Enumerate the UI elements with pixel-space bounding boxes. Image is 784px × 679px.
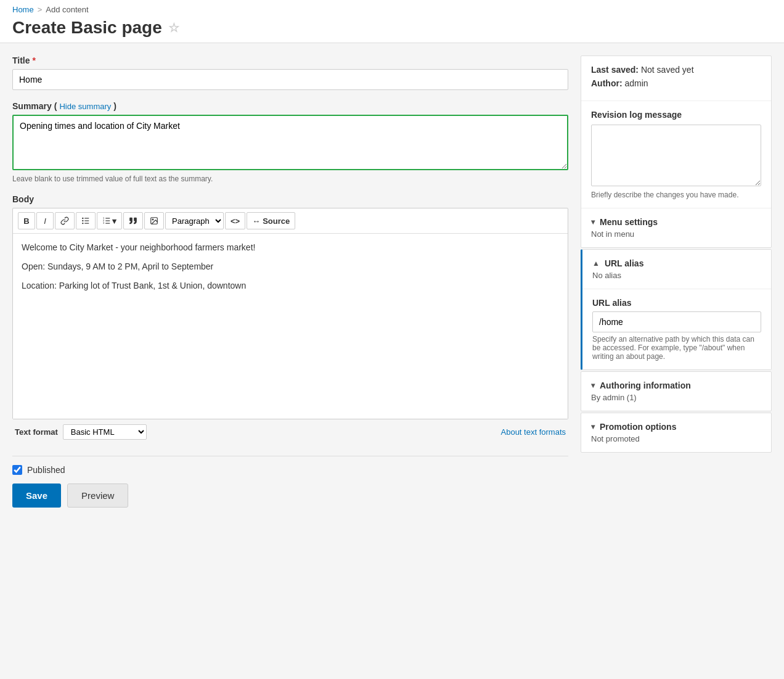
bold-button[interactable]: B — [18, 212, 35, 229]
svg-point-3 — [82, 218, 83, 219]
content-area: Title * Summary (Hide summary) Opening t… — [12, 56, 568, 508]
promotion-value: Not promoted — [591, 434, 761, 443]
action-buttons: Save Preview — [12, 484, 568, 508]
url-alias-input[interactable] — [592, 311, 761, 332]
promotion-section: ▾ Promotion options Not promoted — [581, 413, 771, 452]
url-alias-hint: Specify an alternative path by which thi… — [582, 332, 771, 369]
blockquote-button[interactable] — [123, 212, 143, 229]
bullet-list-button[interactable] — [76, 212, 96, 229]
about-text-formats-link[interactable]: About text formats — [501, 427, 566, 437]
menu-settings-chevron: ▾ — [591, 218, 595, 226]
source-button[interactable]: ↔ Source — [247, 212, 295, 229]
promotion-header[interactable]: ▾ Promotion options — [591, 422, 761, 432]
svg-rect-0 — [84, 218, 89, 218]
favorite-star-icon[interactable]: ☆ — [168, 20, 179, 35]
title-field-group: Title * — [12, 56, 568, 90]
authoring-chevron: ▾ — [591, 381, 595, 390]
editor-toolbar: B I 123 ▾ — [13, 208, 568, 234]
svg-point-5 — [82, 223, 83, 224]
body-field-group: Body B I 123 ▾ — [12, 194, 568, 445]
breadcrumb: Home > Add content — [12, 5, 772, 14]
menu-settings-header[interactable]: ▾ Menu settings — [591, 217, 761, 227]
url-alias-card: ▲ URL alias No alias URL alias Specify a… — [581, 249, 772, 370]
preview-button[interactable]: Preview — [67, 484, 128, 508]
title-input[interactable] — [12, 69, 568, 90]
menu-settings-value: Not in menu — [591, 229, 761, 239]
editor-line-3: Location: Parking lot of Trust Bank, 1st… — [22, 279, 559, 292]
source-code-button[interactable]: <> — [225, 212, 245, 229]
sidebar-meta-card: Last saved: Not saved yet Author: admin … — [581, 56, 772, 248]
revision-log-hint: Briefly describe the changes you have ma… — [591, 191, 761, 199]
hide-summary-link[interactable]: Hide summary — [59, 102, 111, 111]
last-saved-row: Last saved: Not saved yet — [591, 65, 761, 75]
text-format-select[interactable]: Basic HTML Restricted HTML Full HTML Pla… — [63, 424, 147, 440]
editor-line-1: Welcome to City Market - your neighborho… — [22, 241, 559, 254]
svg-rect-2 — [84, 223, 89, 224]
numbered-list-button[interactable]: 123 ▾ — [97, 212, 122, 229]
revision-log-textarea[interactable] — [591, 125, 761, 186]
promotion-chevron: ▾ — [591, 422, 595, 431]
section-divider — [12, 456, 568, 456]
page-title: Create Basic page — [12, 18, 162, 38]
summary-hint: Leave blank to use trimmed value of full… — [12, 175, 568, 183]
svg-text:1: 1 — [103, 217, 104, 220]
editor-container: B I 123 ▾ — [12, 208, 568, 419]
breadcrumb-home[interactable]: Home — [12, 5, 34, 14]
save-button[interactable]: Save — [12, 484, 61, 508]
sidebar: Last saved: Not saved yet Author: admin … — [581, 56, 772, 508]
url-alias-field-label: URL alias — [582, 289, 771, 308]
svg-rect-1 — [84, 220, 89, 221]
published-row: Published — [12, 465, 568, 475]
published-label[interactable]: Published — [27, 465, 65, 475]
promotion-card: ▾ Promotion options Not promoted — [581, 413, 772, 453]
svg-point-13 — [152, 219, 153, 220]
list-dropdown-icon: ▾ — [112, 216, 116, 226]
revision-log-label: Revision log message — [591, 110, 761, 120]
menu-settings-section: ▾ Menu settings Not in menu — [581, 208, 771, 247]
authoring-header[interactable]: ▾ Authoring information — [591, 381, 761, 390]
authoring-card: ▾ Authoring information By admin (1) — [581, 371, 772, 411]
url-alias-value: No alias — [592, 271, 761, 280]
svg-rect-8 — [105, 223, 110, 224]
url-alias-section: ▲ URL alias No alias — [582, 250, 771, 289]
page-title-container: Create Basic page ☆ — [12, 18, 772, 38]
sidebar-save-info: Last saved: Not saved yet Author: admin — [581, 56, 771, 101]
italic-button[interactable]: I — [36, 212, 54, 229]
text-format-row: Text format Basic HTML Restricted HTML F… — [12, 419, 568, 445]
summary-textarea[interactable]: Opening times and location of City Marke… — [12, 115, 568, 170]
url-alias-input-wrap — [582, 311, 771, 332]
svg-text:3: 3 — [103, 222, 104, 224]
required-indicator: * — [33, 56, 36, 65]
breadcrumb-current: Add content — [46, 5, 88, 14]
breadcrumb-separator: > — [38, 5, 43, 14]
editor-line-2: Open: Sundays, 9 AM to 2 PM, April to Se… — [22, 260, 559, 273]
url-alias-header[interactable]: ▲ URL alias — [592, 258, 761, 268]
svg-rect-7 — [105, 220, 110, 221]
url-alias-chevron: ▲ — [592, 259, 600, 268]
paragraph-select[interactable]: Paragraph — [165, 212, 224, 229]
image-button[interactable] — [144, 212, 164, 229]
published-checkbox[interactable] — [12, 465, 22, 475]
text-format-label: Text format — [15, 427, 58, 437]
author-row: Author: admin — [591, 78, 761, 88]
svg-text:2: 2 — [103, 220, 104, 222]
svg-point-4 — [82, 220, 83, 221]
authoring-value: By admin (1) — [591, 393, 761, 402]
body-label: Body — [12, 194, 568, 204]
summary-field-group: Summary (Hide summary) Opening times and… — [12, 101, 568, 183]
editor-body[interactable]: Welcome to City Market - your neighborho… — [13, 234, 568, 419]
link-button[interactable] — [55, 212, 75, 229]
svg-rect-6 — [105, 218, 110, 218]
authoring-section: ▾ Authoring information By admin (1) — [581, 372, 771, 411]
title-label: Title * — [12, 56, 568, 65]
summary-label: Summary (Hide summary) — [12, 101, 568, 111]
revision-log-section: Revision log message Briefly describe th… — [581, 101, 771, 208]
